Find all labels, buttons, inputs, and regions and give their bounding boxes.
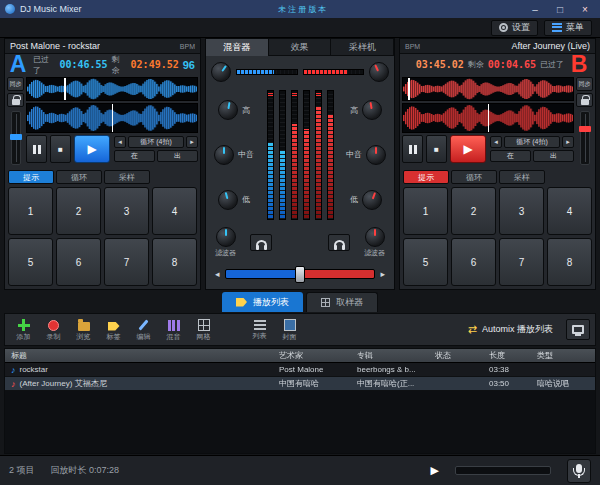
- tab-effects[interactable]: 效果: [269, 39, 332, 56]
- crossfader-left-arrow[interactable]: ◂: [215, 269, 220, 279]
- deck-b-pad-6[interactable]: 6: [451, 238, 496, 286]
- tab-mixer[interactable]: 混音器: [206, 39, 269, 56]
- deck-b-gain-knob[interactable]: [369, 62, 389, 82]
- deck-b-keylock-button[interactable]: [576, 93, 593, 107]
- browse-button[interactable]: 浏览: [70, 319, 97, 340]
- deck-b-pad-2[interactable]: 2: [451, 187, 496, 235]
- deck-a-stop-button[interactable]: ■: [50, 135, 71, 163]
- col-album[interactable]: 专辑: [357, 350, 435, 361]
- deck-b-loop-out-button[interactable]: 出: [533, 150, 574, 162]
- deck-a-eq-mid-knob[interactable]: [214, 145, 234, 165]
- deck-a-pad-1[interactable]: 1: [8, 187, 53, 235]
- col-genre[interactable]: 类型: [537, 350, 595, 361]
- deck-b-eq-high-knob[interactable]: [362, 100, 382, 120]
- crossfader[interactable]: [225, 269, 376, 279]
- deck-a-cue-headphones-button[interactable]: [250, 234, 272, 251]
- deck-a-eq-low-knob[interactable]: [218, 190, 238, 210]
- deck-a-pad-8[interactable]: 8: [152, 238, 197, 286]
- col-status[interactable]: 状态: [435, 350, 489, 361]
- deck-a-sync-button[interactable]: 同步: [7, 77, 24, 91]
- menu-button[interactable]: 菜单: [544, 20, 592, 36]
- deck-a-loop-in-button[interactable]: 在: [114, 150, 155, 162]
- deck-b-padtab-sample[interactable]: 采样: [499, 170, 545, 184]
- deck-a-pitch-handle[interactable]: [10, 134, 22, 140]
- deck-b-stop-button[interactable]: ■: [426, 135, 447, 163]
- cover-view-button[interactable]: 封面: [276, 319, 303, 340]
- dj-mixer-app: DJ Music Mixer 未注册版本 – □ × 设置 菜单 Post Ma…: [0, 0, 600, 485]
- settings-button[interactable]: 设置: [491, 20, 538, 36]
- deck-a-pad-2[interactable]: 2: [56, 187, 101, 235]
- close-button[interactable]: ×: [575, 2, 595, 16]
- deck-a-pad-4[interactable]: 4: [152, 187, 197, 235]
- deck-b-loop-double-button[interactable]: ▸: [562, 136, 574, 148]
- deck-a-padtab-sample[interactable]: 采样: [104, 170, 150, 184]
- deck-a-padtab-loop[interactable]: 循环: [56, 170, 102, 184]
- deck-a-gain-knob[interactable]: [211, 62, 231, 82]
- deck-a-pad-7[interactable]: 7: [104, 238, 149, 286]
- tag-button[interactable]: 标签: [100, 320, 127, 340]
- col-length[interactable]: 长度: [489, 350, 537, 361]
- deck-a-pad-3[interactable]: 3: [104, 187, 149, 235]
- deck-b-play-button[interactable]: ▶: [450, 135, 486, 163]
- deck-b-padtab-cue[interactable]: 提示: [403, 170, 449, 184]
- deck-b-sync-button[interactable]: 同步: [576, 77, 593, 91]
- deck-b-pitch-slider[interactable]: [580, 111, 590, 165]
- tab-playlist[interactable]: 播放列表: [222, 292, 303, 312]
- deck-b-pad-5[interactable]: 5: [403, 238, 448, 286]
- deck-a-overview-waveform[interactable]: [26, 77, 198, 101]
- deck-a-pitch-slider[interactable]: [11, 111, 21, 165]
- row-length: 03:38: [489, 365, 537, 374]
- automix-button[interactable]: ⇄ Automix 播放列表: [468, 323, 553, 336]
- deck-a-filter-knob[interactable]: [216, 227, 236, 247]
- record-button[interactable]: 录制: [40, 319, 67, 340]
- deck-a-play-button[interactable]: ▶: [74, 135, 110, 163]
- deck-a-loop-double-button[interactable]: ▸: [186, 136, 198, 148]
- table-row[interactable]: ♪rockstar Post Malone beerbongs & b... 0…: [5, 363, 595, 377]
- table-row[interactable]: ♪(After Journey) 艾福杰尼 中国有嘻哈 中国有嘻哈(正... 0…: [5, 377, 595, 391]
- deck-a-pause-button[interactable]: [26, 135, 47, 163]
- deck-b-loop-in-button[interactable]: 在: [490, 150, 531, 162]
- deck-a-pad-6[interactable]: 6: [56, 238, 101, 286]
- crossfader-right-arrow[interactable]: ▸: [380, 269, 385, 279]
- deck-a-elapsed-value: 00:46.55: [59, 59, 107, 70]
- video-toggle-button[interactable]: [566, 319, 590, 340]
- deck-b-padtab-loop[interactable]: 循环: [451, 170, 497, 184]
- preview-seek-bar[interactable]: [455, 466, 551, 475]
- grid-button[interactable]: 网格: [190, 319, 217, 340]
- deck-a-pad-5[interactable]: 5: [8, 238, 53, 286]
- tab-sampler[interactable]: 采样机: [331, 39, 394, 56]
- deck-b-pad-4[interactable]: 4: [547, 187, 592, 235]
- tab-sampler-library[interactable]: 取样器: [306, 292, 378, 312]
- col-artist[interactable]: 艺术家: [279, 350, 357, 361]
- deck-b-cue-headphones-button[interactable]: [328, 234, 350, 251]
- deck-b-filter-knob[interactable]: [365, 227, 385, 247]
- mic-button[interactable]: [567, 459, 591, 483]
- deck-b-loop-button[interactable]: 循环 (4拍): [504, 136, 560, 148]
- list-view-button[interactable]: 列表: [246, 319, 273, 340]
- deck-b-pad-8[interactable]: 8: [547, 238, 592, 286]
- preview-play-button[interactable]: ▶: [431, 464, 439, 477]
- deck-a-loop-out-button[interactable]: 出: [157, 150, 198, 162]
- deck-b-eq-mid-knob[interactable]: [366, 145, 386, 165]
- deck-b-eq-low-knob[interactable]: [362, 190, 382, 210]
- maximize-button[interactable]: □: [550, 2, 570, 16]
- deck-b-loop-half-button[interactable]: ◂: [490, 136, 502, 148]
- mix-button[interactable]: 混音: [160, 319, 187, 340]
- deck-a-eq-high-knob[interactable]: [218, 100, 238, 120]
- deck-a-loop-button[interactable]: 循环 (4拍): [128, 136, 184, 148]
- crossfader-handle[interactable]: [295, 266, 305, 283]
- add-track-button[interactable]: 添加: [10, 319, 37, 340]
- deck-b-pad-7[interactable]: 7: [499, 238, 544, 286]
- deck-a-keylock-button[interactable]: [7, 93, 24, 107]
- deck-b-pad-3[interactable]: 3: [499, 187, 544, 235]
- deck-a-padtab-cue[interactable]: 提示: [8, 170, 54, 184]
- deck-b-pause-button[interactable]: [402, 135, 423, 163]
- deck-b-pitch-handle[interactable]: [579, 126, 591, 132]
- deck-b-pad-1[interactable]: 1: [403, 187, 448, 235]
- minimize-button[interactable]: –: [525, 2, 545, 16]
- deck-b-overview-waveform[interactable]: [402, 77, 574, 101]
- col-title[interactable]: 标题: [5, 350, 279, 361]
- edit-button[interactable]: 编辑: [130, 319, 157, 340]
- deck-a-loop-half-button[interactable]: ◂: [114, 136, 126, 148]
- deck-b-track-title: After Journey (Live): [511, 41, 590, 51]
